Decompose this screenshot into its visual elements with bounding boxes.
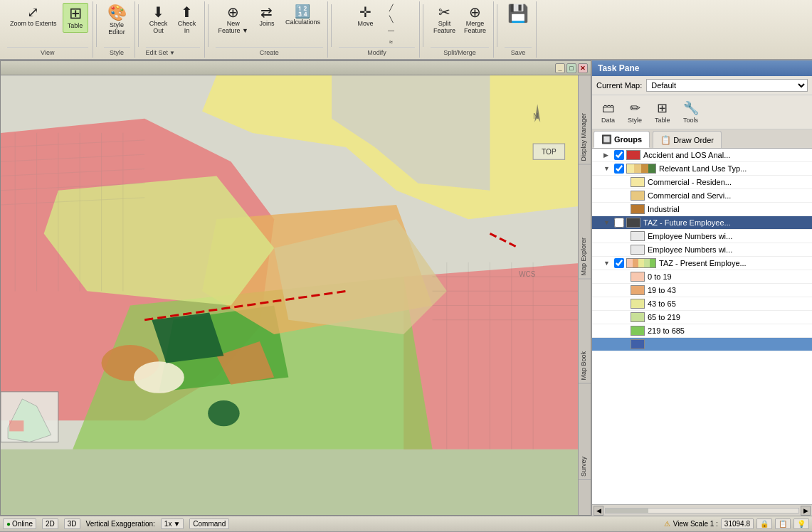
lock-btn[interactable]: 🔒 — [756, 518, 772, 529]
scroll-track[interactable] — [605, 508, 799, 514]
create-group-label: Create — [216, 47, 323, 56]
check-accident-los[interactable] — [614, 150, 624, 160]
table-tool-label: Table — [655, 117, 670, 124]
online-label: Online — [12, 520, 33, 528]
check-taz-future[interactable] — [614, 218, 624, 228]
split-feature-button[interactable]: ✂ SplitFeature — [431, 3, 458, 37]
svg-text:WCS: WCS — [519, 270, 536, 278]
view-2d-btn[interactable]: 2D — [42, 518, 58, 529]
new-feature-icon: ⊕ — [227, 5, 239, 19]
merge-feature-button[interactable]: ⊕ MergeFeature — [461, 3, 489, 37]
swatch-accident-los — [626, 150, 640, 160]
layer-commercial-residential[interactable]: ▶ Commercial - Residen... — [592, 176, 812, 189]
tools-tool-button[interactable]: 🔧 Tools — [680, 98, 702, 126]
swatch-taz-future — [626, 218, 640, 228]
scroll-thumb — [606, 509, 648, 513]
label-taz-future: TAZ - Future Employee... — [643, 218, 809, 227]
editset-group-label[interactable]: Edit Set ▼ — [146, 47, 200, 56]
tab-groups-label: Groups — [614, 135, 642, 144]
save-button[interactable]: 💾 — [505, 3, 532, 24]
view-3d-btn[interactable]: 3D — [64, 518, 80, 529]
map-close-button[interactable]: ✕ — [578, 63, 588, 73]
map-container[interactable]: _ □ ✕ — [0, 60, 591, 516]
tab-groups-icon: 🔲 — [601, 134, 612, 144]
modify-tool-2[interactable]: ╲ — [381, 14, 401, 24]
online-icon: ● — [6, 520, 11, 528]
check-in-button[interactable]: ⬆ CheckIn — [174, 3, 200, 37]
layer-range-43-65[interactable]: ▶ 43 to 65 — [592, 297, 812, 311]
view-scale-value: 31094.8 — [724, 520, 750, 528]
display-manager-label: Display Manager — [579, 110, 591, 165]
online-status[interactable]: ● Online — [3, 518, 36, 529]
task-pane-scrollbar[interactable]: ◀ ▶ — [592, 504, 812, 516]
joins-label: Joins — [259, 21, 274, 28]
tab-groups[interactable]: 🔲 Groups — [594, 131, 650, 148]
task-pane-tabs: 🔲 Groups 📋 Draw Order — [592, 129, 812, 149]
layer-tree[interactable]: ▶ Accident and LOS Anal... ▼ Relevant La… — [592, 149, 812, 504]
layers-icon: 📋 — [779, 520, 787, 528]
move-button[interactable]: ✛ Move — [353, 3, 379, 30]
ribbon-sep-4 — [331, 4, 332, 47]
expand-taz-future[interactable]: ▼ — [603, 219, 612, 226]
modify-tool-3[interactable]: — — [381, 26, 401, 36]
tab-draw-order[interactable]: 📋 Draw Order — [653, 131, 722, 148]
table-button[interactable]: ⊞ Table — [63, 3, 88, 33]
scale-area: ⚠ View Scale 1 : 31094.8 🔒 📋 💡 — [664, 518, 809, 529]
layer-range-0-19[interactable]: ▶ 0 to 19 — [592, 270, 812, 284]
expand-taz-present[interactable]: ▼ — [603, 260, 612, 267]
calculations-button[interactable]: 🔢 Calculations — [283, 3, 323, 28]
data-tool-button[interactable]: 🗃 Data — [598, 99, 618, 126]
layer-taz-present[interactable]: ▼ TAZ - Present Employe... — [592, 257, 812, 270]
map-maximize-button[interactable]: □ — [566, 63, 576, 73]
new-feature-button[interactable]: ⊕ NewFeature ▼ — [216, 3, 251, 37]
modify-tool-4[interactable]: ≈ — [381, 37, 401, 47]
label-range-19-43: 19 to 43 — [648, 286, 809, 294]
layer-range-19-43[interactable]: ▶ 19 to 43 — [592, 284, 812, 297]
move-icon: ✛ — [359, 5, 371, 19]
style-tool-button[interactable]: ✏ Style — [624, 98, 645, 126]
status-bar: ● Online 2D 3D Vertical Exaggeration: 1x… — [0, 516, 812, 531]
vert-exag-value[interactable]: 1x ▼ — [161, 518, 184, 529]
label-industrial: Industrial — [648, 205, 809, 213]
layer-range-more[interactable]: ▶ — [592, 338, 812, 351]
zoom-extents-button[interactable]: ⤢ Zoom to Extents — [7, 3, 60, 30]
expand-accident-los[interactable]: ▶ — [603, 151, 612, 159]
label-range-65-219: 65 to 219 — [648, 313, 809, 321]
modify-tool-1[interactable]: ╱ — [381, 3, 401, 13]
svg-point-12 — [134, 361, 184, 393]
check-taz-present[interactable] — [614, 258, 624, 268]
layer-relevant-land-use[interactable]: ▼ Relevant Land Use Typ... — [592, 162, 812, 176]
style-editor-button[interactable]: 🎨 StyleEditor — [104, 3, 130, 38]
layer-employee-numbers-w2[interactable]: ▶ Employee Numbers wi... — [592, 243, 812, 257]
expand-relevant-land-use[interactable]: ▼ — [603, 165, 612, 172]
layer-employee-numbers-w1[interactable]: ▶ Employee Numbers wi... — [592, 230, 812, 243]
current-map-label: Current Map: — [596, 81, 642, 90]
layer-commercial-services[interactable]: ▶ Commercial and Servi... — [592, 189, 812, 203]
scroll-left-btn[interactable]: ◀ — [594, 506, 603, 516]
command-field[interactable]: Command — [189, 518, 229, 529]
ribbon: ⤢ Zoom to Extents ⊞ Table View 🎨 StyleEd… — [0, 0, 812, 59]
info-btn[interactable]: 💡 — [793, 518, 809, 529]
check-relevant-land-use[interactable] — [614, 164, 624, 174]
layers-btn[interactable]: 📋 — [775, 518, 791, 529]
toolbar: ⤢ Zoom to Extents ⊞ Table View 🎨 StyleEd… — [0, 0, 812, 60]
scroll-right-btn[interactable]: ▶ — [801, 506, 811, 516]
layer-range-65-219[interactable]: ▶ 65 to 219 — [592, 311, 812, 324]
view-scale-value-item[interactable]: 31094.8 — [721, 518, 754, 529]
joins-button[interactable]: ⇄ Joins — [254, 3, 280, 30]
layer-industrial[interactable]: ▶ Industrial — [592, 203, 812, 216]
current-map-select[interactable]: Default — [646, 79, 808, 92]
check-in-label: CheckIn — [178, 21, 196, 35]
split-feature-label: SplitFeature — [433, 21, 455, 35]
layer-range-219-685[interactable]: ▶ 219 to 685 — [592, 324, 812, 338]
map-minimize-button[interactable]: _ — [555, 63, 565, 73]
data-tool-label: Data — [601, 117, 615, 124]
layer-taz-future[interactable]: ▼ TAZ - Future Employee... — [592, 216, 812, 230]
task-pane-tools-row: 🗃 Data ✏ Style ⊞ Table 🔧 Tools — [592, 95, 812, 129]
ribbon-sep-6 — [497, 4, 497, 47]
style-group-label: Style — [104, 47, 130, 56]
layer-accident-los[interactable]: ▶ Accident and LOS Anal... — [592, 149, 812, 162]
style-icon: ✏ — [630, 100, 640, 116]
check-out-button[interactable]: ⬇ CheckOut — [146, 3, 172, 37]
table-tool-button[interactable]: ⊞ Table — [651, 98, 674, 126]
